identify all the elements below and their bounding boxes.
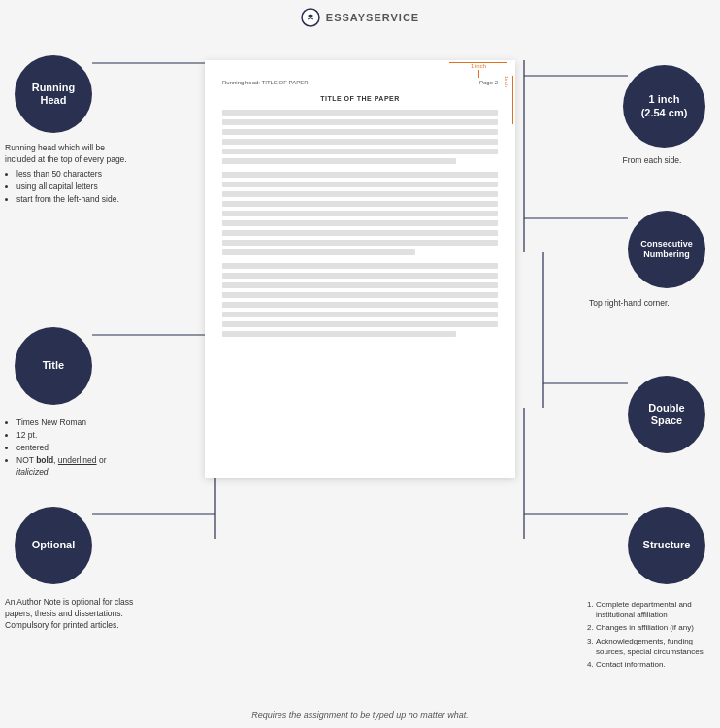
paper-line — [222, 139, 498, 145]
paper-line — [222, 282, 498, 288]
one-inch-circle: 1 inch (2.54 cm) — [623, 65, 705, 148]
paper-line — [222, 110, 498, 116]
consecutive-description: Top right-hand corner. — [589, 298, 715, 310]
paper-section-title — [222, 172, 498, 255]
structure-item: Complete departmental and institutional … — [596, 599, 715, 620]
paper-line — [222, 129, 498, 135]
paper-header-line: Running head: TITLE OF PAPER Page 2 — [222, 80, 498, 85]
paper-document: 1 inch 1inch Running head: TITLE OF PAPE… — [205, 60, 515, 478]
paper-line — [222, 273, 498, 279]
one-inch-description: From each side. — [589, 155, 715, 167]
structure-list: Complete departmental and institutional … — [596, 599, 715, 670]
optional-circle: Optional — [15, 507, 92, 584]
paper-line — [222, 191, 498, 197]
bullet-item: start from the left-hand side. — [16, 194, 131, 206]
paper-running-head: Running head: TITLE OF PAPER — [222, 80, 309, 85]
right-panel: 1 inch (2.54 cm) From each side. Consecu… — [579, 31, 720, 728]
title-bullets: Times New Roman 12 pt. centered NOT bold… — [16, 417, 131, 478]
paper-area: 1 inch 1inch Running head: TITLE OF PAPE… — [141, 31, 579, 728]
structure-item: Acknowledgements, funding sources, speci… — [596, 636, 715, 657]
bullet-item: less than 50 characters — [16, 169, 131, 181]
structure-item: Changes in affiliation (if any) — [596, 622, 715, 633]
paper-lines-bottom — [222, 263, 498, 337]
paper-line — [222, 119, 498, 125]
title-circle: Title — [15, 327, 92, 405]
measure-right-indicator: 1inch — [500, 76, 513, 124]
left-panel: Running Head Running head which will be … — [0, 31, 141, 728]
logo-icon — [301, 8, 320, 27]
page-header: ESSAYSERVICE — [0, 0, 720, 31]
consecutive-numbering-circle: Consecutive Numbering — [628, 211, 705, 288]
running-head-circle: Running Head — [15, 55, 92, 133]
bullet-item: NOT bold, underlined or italicized. — [16, 455, 131, 479]
structure-description: Complete departmental and institutional … — [584, 597, 715, 672]
structure-circle: Structure — [628, 507, 705, 584]
double-space-circle: Double Space — [628, 376, 705, 453]
running-head-bullets: less than 50 characters using all capita… — [16, 169, 131, 206]
bullet-item: centered — [16, 443, 131, 454]
paper-line — [222, 172, 498, 178]
paper-line — [222, 240, 498, 246]
paper-line — [222, 331, 456, 337]
footer-text: Requires the assignment to be typed up n… — [0, 711, 720, 720]
main-container: Running Head Running head which will be … — [0, 31, 720, 728]
running-head-description: Running head which will be included at t… — [5, 143, 131, 206]
logo-text: ESSAYSERVICE — [326, 12, 419, 23]
paper-page-number: Page 2 — [479, 80, 498, 85]
paper-section-optional — [222, 263, 498, 337]
paper-line — [222, 149, 498, 154]
paper-line — [222, 312, 498, 317]
paper-line — [222, 292, 498, 298]
optional-description: An Author Note is optional for class pap… — [5, 597, 136, 632]
structure-item: Contact information. — [596, 659, 715, 670]
paper-title: TITLE OF THE PAPER — [222, 95, 498, 102]
paper-line — [222, 182, 498, 187]
paper-line — [222, 201, 498, 207]
paper-line — [222, 220, 498, 226]
measure-top-indicator: 1 inch — [449, 62, 507, 76]
paper-line — [222, 263, 498, 269]
paper-line — [222, 158, 456, 164]
title-description: Times New Roman 12 pt. centered NOT bold… — [5, 414, 131, 479]
paper-line — [222, 321, 498, 327]
paper-line — [222, 302, 498, 308]
bullet-item: using all capital letters — [16, 182, 131, 193]
bullet-item: Times New Roman — [16, 417, 131, 429]
paper-line — [222, 230, 498, 236]
bullet-item: 12 pt. — [16, 430, 131, 442]
paper-line — [222, 211, 498, 216]
paper-lines-top — [222, 110, 498, 164]
paper-lines-mid — [222, 172, 498, 255]
paper-line — [222, 249, 415, 255]
